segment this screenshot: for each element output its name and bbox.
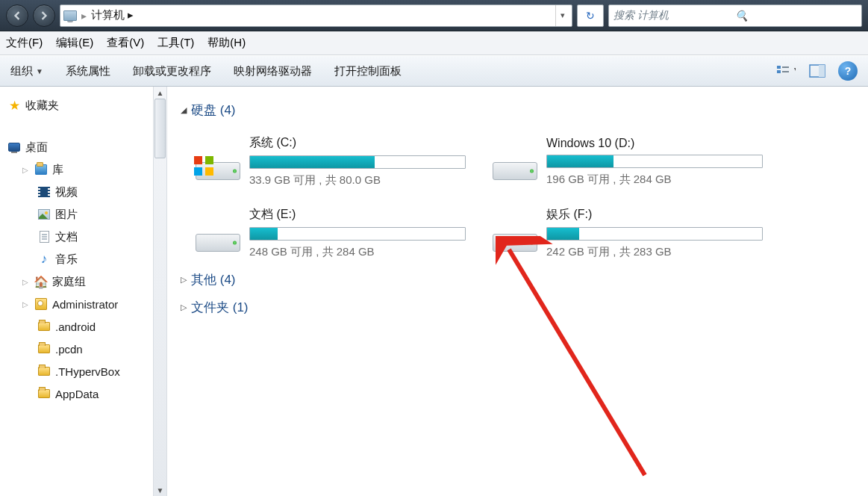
- navigation-pane: ★ 收藏夹 桌面 ▷ 库 视频 图片 文档: [0, 87, 167, 496]
- menu-tools[interactable]: 工具(T): [157, 36, 194, 50]
- disclosure-triangle-icon[interactable]: ▷: [181, 275, 187, 285]
- help-icon: ?: [845, 65, 852, 77]
- film-icon: [37, 185, 51, 199]
- sidebar-label: .android: [55, 320, 96, 333]
- sidebar-item-desktop[interactable]: 桌面: [4, 136, 152, 158]
- sidebar-item-favorites[interactable]: ★ 收藏夹: [4, 94, 152, 117]
- sidebar-item-libraries[interactable]: ▷ 库: [4, 158, 152, 181]
- music-icon: ♪: [37, 252, 51, 266]
- sidebar-item-documents[interactable]: 文档: [4, 226, 152, 248]
- windows-logo-icon: [194, 156, 213, 176]
- group-header-folders[interactable]: ▷ 文件夹 (1): [181, 299, 855, 316]
- preview-pane-button[interactable]: [807, 61, 828, 81]
- scrollbar-thumb[interactable]: [154, 99, 166, 158]
- sidebar-item-homegroup[interactable]: ▷ 🏠 家庭组: [4, 270, 152, 293]
- sidebar-label: 收藏夹: [25, 99, 59, 113]
- sidebar-label: 桌面: [25, 140, 48, 155]
- drive-item[interactable]: Windows 10 (D:) 196 GB 可用 , 共 284 GB: [491, 129, 767, 193]
- group-header-other[interactable]: ▷ 其他 (4): [181, 271, 855, 288]
- menu-file[interactable]: 文件(F): [6, 36, 43, 50]
- uninstall-programs-button[interactable]: 卸载或更改程序: [133, 64, 211, 78]
- map-network-drive-button[interactable]: 映射网络驱动器: [234, 64, 312, 78]
- scroll-up-icon[interactable]: ▲: [154, 87, 166, 99]
- change-view-button[interactable]: [775, 61, 796, 81]
- svg-rect-1: [777, 70, 781, 73]
- drive-item[interactable]: 系统 (C:) 33.9 GB 可用 , 共 80.0 GB: [194, 129, 470, 193]
- sidebar-item-pictures[interactable]: 图片: [4, 203, 152, 226]
- sidebar-label: Administrator: [52, 298, 118, 311]
- sidebar-label: .THypervBox: [55, 365, 120, 378]
- folder-icon: [37, 342, 51, 356]
- svg-rect-2: [782, 66, 789, 68]
- organize-label: 组织: [10, 64, 33, 78]
- disclosure-triangle-icon[interactable]: ▷: [181, 303, 187, 312]
- drive-free-space: 196 GB 可用 , 共 284 GB: [546, 173, 766, 187]
- scroll-down-icon[interactable]: ▼: [154, 484, 166, 496]
- menu-view[interactable]: 查看(V): [107, 36, 144, 50]
- sidebar-scrollbar[interactable]: ▲ ▼: [153, 87, 166, 496]
- drive-item[interactable]: 娱乐 (F:) 242 GB 可用 , 共 283 GB: [491, 201, 767, 265]
- drive-usage-bar: [546, 155, 763, 168]
- menu-edit[interactable]: 编辑(E): [56, 36, 93, 50]
- refresh-icon: ↻: [586, 10, 595, 22]
- document-icon: [37, 230, 51, 244]
- drive-icon: [196, 214, 240, 252]
- disclosure-triangle-icon[interactable]: ◢: [181, 105, 187, 115]
- address-bar[interactable]: ▸ 计算机 ▸ ▾: [60, 4, 572, 27]
- back-button[interactable]: [6, 4, 28, 27]
- sidebar-label: 家庭组: [52, 275, 86, 289]
- preview-pane-icon: [809, 64, 825, 78]
- drive-icon: [493, 143, 537, 180]
- sidebar-item-music[interactable]: ♪ 音乐: [4, 248, 152, 270]
- computer-icon: [63, 9, 77, 22]
- sidebar-item-videos[interactable]: 视频: [4, 181, 152, 203]
- help-button[interactable]: ?: [838, 61, 858, 81]
- group-header-hdd[interactable]: ◢ 硬盘 (4): [181, 102, 855, 119]
- monitor-icon: [7, 140, 21, 154]
- view-icon: [776, 63, 796, 78]
- drive-name: 娱乐 (F:): [546, 207, 766, 223]
- sidebar-label: .pcdn: [55, 343, 83, 356]
- drive-name: Windows 10 (D:): [546, 137, 766, 150]
- drive-icon: [493, 214, 537, 252]
- folder-icon: [37, 365, 51, 378]
- menu-help[interactable]: 帮助(H): [207, 36, 246, 50]
- forward-button[interactable]: [33, 4, 55, 27]
- drive-free-space: 33.9 GB 可用 , 共 80.0 GB: [249, 173, 469, 187]
- refresh-button[interactable]: ↻: [577, 4, 604, 27]
- sidebar-item-android[interactable]: .android: [4, 315, 152, 338]
- disclosure-triangle-icon[interactable]: ▷: [22, 166, 30, 174]
- search-icon[interactable]: 🔍: [735, 10, 857, 22]
- open-control-panel-button[interactable]: 打开控制面板: [334, 64, 402, 78]
- svg-rect-3: [782, 71, 789, 72]
- drive-name: 系统 (C:): [249, 135, 469, 151]
- sidebar-label: 音乐: [55, 252, 78, 267]
- sidebar-item-administrator[interactable]: ▷ Administrator: [4, 293, 152, 315]
- picture-icon: [37, 208, 51, 221]
- disclosure-triangle-icon[interactable]: ▷: [22, 278, 30, 286]
- search-box[interactable]: 搜索 计算机 🔍: [608, 4, 862, 27]
- sidebar-item-appdata[interactable]: AppData: [4, 382, 152, 405]
- toolbar: 组织 ▼ 系统属性 卸载或更改程序 映射网络驱动器 打开控制面板 ?: [0, 55, 868, 87]
- drive-item[interactable]: 文档 (E:) 248 GB 可用 , 共 284 GB: [194, 201, 470, 265]
- organize-button[interactable]: 组织 ▼: [10, 64, 43, 78]
- group-label: 其他 (4): [191, 271, 236, 288]
- disclosure-triangle-icon[interactable]: ▷: [22, 300, 30, 309]
- search-placeholder: 搜索 计算机: [613, 9, 735, 22]
- library-icon: [34, 163, 48, 176]
- system-properties-button[interactable]: 系统属性: [66, 64, 110, 78]
- sidebar-item-pcdn[interactable]: .pcdn: [4, 338, 152, 360]
- star-icon: ★: [7, 99, 21, 112]
- content-pane: ◢ 硬盘 (4) 系统 (C:) 33.9 GB 可用 , 共 80.0 GB …: [167, 87, 868, 496]
- sidebar-item-thypervbox[interactable]: .THypervBox: [4, 360, 152, 382]
- svg-rect-5: [819, 65, 825, 77]
- address-dropdown-icon[interactable]: ▾: [555, 5, 569, 26]
- group-label: 文件夹 (1): [191, 299, 249, 316]
- chevron-down-icon: ▼: [36, 67, 43, 75]
- drive-name: 文档 (E:): [249, 207, 469, 223]
- navigation-bar: ▸ 计算机 ▸ ▾ ↻ 搜索 计算机 🔍: [0, 0, 868, 31]
- user-folder-icon: [34, 297, 48, 311]
- drive-usage-bar: [249, 155, 466, 169]
- breadcrumb-text[interactable]: 计算机 ▸: [91, 8, 551, 22]
- group-label: 硬盘 (4): [191, 102, 236, 119]
